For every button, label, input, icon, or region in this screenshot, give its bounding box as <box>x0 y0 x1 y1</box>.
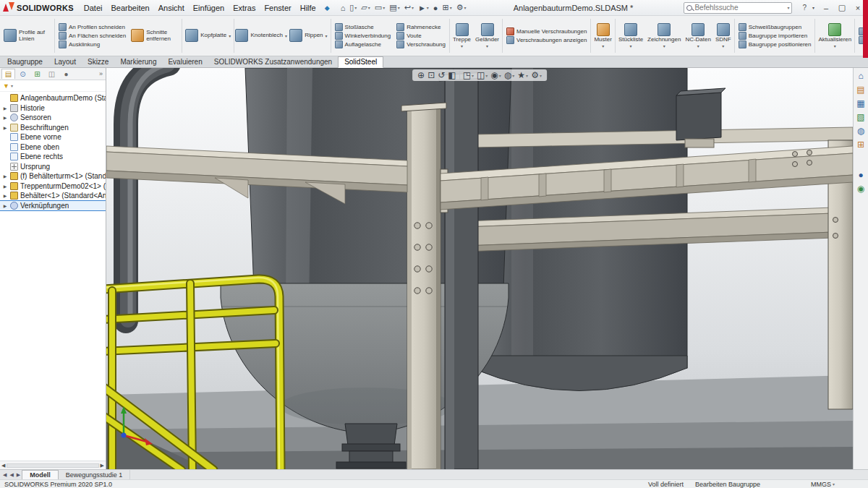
vessel-nozzle[interactable] <box>336 424 406 468</box>
baugruppe-positionieren-button[interactable]: Baugruppe positionieren <box>737 40 813 48</box>
tree-item-ebene-oben[interactable]: Ebene oben <box>0 142 106 153</box>
rebuild-button[interactable]: ● <box>431 4 441 12</box>
feature-tree-tab-icon[interactable]: ▤ <box>1 69 15 79</box>
expand-arrow-icon[interactable]: ▶ <box>2 193 8 198</box>
aktualisieren-button[interactable]: Aktualisieren ▾ <box>816 17 854 55</box>
verschraubungen-anzeigen-button[interactable]: Verschraubungen anzeigen <box>505 36 588 44</box>
scroll-tabs-left-icon[interactable]: ◀ <box>8 472 14 478</box>
scroll-tabs-right-icon[interactable]: ▶ <box>15 472 22 478</box>
tab-markierung[interactable]: Markierung <box>114 57 162 67</box>
tree-item-historie[interactable]: ▶Historie <box>0 103 106 114</box>
view-settings-button[interactable]: ⚙▾ <box>531 70 542 80</box>
undo-button[interactable]: ↩▾ <box>402 3 416 12</box>
verschraubung-button[interactable]: Verschraubung <box>395 40 447 48</box>
tab-baugruppe[interactable]: Baugruppe <box>1 57 48 67</box>
filter-funnel-icon[interactable]: ▼ <box>3 82 9 90</box>
chevron-down-icon[interactable]: ▾ <box>809 5 817 10</box>
ausklinkung-button[interactable]: Ausklinkung <box>57 40 127 48</box>
zeichnungen-button[interactable]: Zeichnungen ▾ <box>645 17 683 55</box>
options-button[interactable]: ⚙▾ <box>454 3 469 12</box>
expand-arrow-icon[interactable]: ▶ <box>2 106 8 111</box>
custom-properties-icon[interactable]: ⊞ <box>857 140 864 149</box>
hide-show-items-button[interactable]: ◉▾ <box>490 70 501 80</box>
configuration-manager-tab-icon[interactable]: ⊞ <box>30 69 44 79</box>
tree-item-sensoren[interactable]: ▶Sensoren <box>0 113 106 123</box>
tab-evaluieren[interactable]: Evaluieren <box>162 57 208 67</box>
tab-zusatzanwendungen[interactable]: SOLIDWORKS Zusatzanwendungen <box>208 57 338 67</box>
schnitte-entfernen-button[interactable]: Schnitte entfernen <box>129 17 181 55</box>
print-button[interactable]: ▤▾ <box>387 3 401 12</box>
schweissbaugruppen-button[interactable]: Schweißbaugruppen <box>737 23 813 31</box>
scrollbar-track[interactable] <box>7 463 98 468</box>
menu-extras[interactable]: Extras <box>229 2 260 14</box>
tree-horizontal-scrollbar[interactable]: ◀ ▶ <box>0 461 106 469</box>
display-style-button[interactable]: ◫▾ <box>477 70 488 80</box>
view-settings-button[interactable]: ⊞▾ <box>440 3 454 12</box>
tree-item-verknuepfungen[interactable]: ▶Verknüpfungen <box>0 201 106 211</box>
help-panel-icon[interactable]: ◉ <box>857 184 864 193</box>
panel-tabs-overflow-icon[interactable]: » <box>99 70 104 77</box>
profile-auf-linien-button[interactable]: Profile auf Linien <box>1 17 54 55</box>
expand-arrow-icon[interactable]: ▶ <box>2 184 8 189</box>
model-scene[interactable] <box>106 68 853 469</box>
command-search[interactable]: ▾ <box>684 2 792 14</box>
save-button[interactable]: ▭▾ <box>373 3 387 12</box>
units-selector[interactable]: MMGS ▾ <box>811 481 835 488</box>
menu-datei[interactable]: Datei <box>80 2 107 14</box>
edit-appearance-button[interactable]: ◍▾ <box>504 70 515 80</box>
tree-item-ursprung[interactable]: Ursprung <box>0 162 106 172</box>
previous-view-button[interactable]: ↺ <box>438 70 445 80</box>
select-tool-button[interactable]: ►▾ <box>416 4 431 12</box>
section-view-button[interactable]: ◧ <box>448 70 456 80</box>
minimize-button[interactable]: – <box>819 4 833 12</box>
an-profilen-schneiden-button[interactable]: An Profilen schneiden <box>57 23 127 31</box>
search-input[interactable] <box>694 4 785 12</box>
rippen-button[interactable]: Rippen ▾ <box>287 17 329 55</box>
menu-bearbeiten[interactable]: Bearbeiten <box>106 2 153 14</box>
tab-bewegungsstudie[interactable]: Bewegungsstudie 1 <box>59 470 131 479</box>
menu-ansicht[interactable]: Ansicht <box>154 2 189 14</box>
voute-button[interactable]: Voute <box>395 32 447 40</box>
tree-item-assembly-root[interactable]: AnlagenbauturmDemo (Standard<An <box>0 93 106 103</box>
graphics-area[interactable]: ⊕ ⊡ ↺ ◧ ◳▾ ◫▾ ◉▾ ◍▾ ★▾ ⚙▾ <box>106 68 853 469</box>
column-dark[interactable] <box>439 72 484 469</box>
stueckliste-button[interactable]: Stückliste ▾ <box>616 17 645 55</box>
winkelverbindung-button[interactable]: Winkelverbindung <box>333 32 393 40</box>
auflagelasche-button[interactable]: Auflagelasche <box>333 40 393 48</box>
tree-item-behaelter[interactable]: ▶Behälter<1> (Standard<Anzeigest <box>0 191 106 201</box>
expand-arrow-icon[interactable]: ▶ <box>2 125 8 130</box>
display-manager-tab-icon[interactable]: ● <box>59 69 73 79</box>
maximize-button[interactable]: ▢ <box>835 3 849 12</box>
scroll-right-icon[interactable]: ▶ <box>101 463 104 468</box>
gelaender-button[interactable]: Geländer ▾ <box>473 17 501 55</box>
scroll-tabs-left-icon[interactable]: ◀ <box>1 472 8 478</box>
chevron-down-icon[interactable]: ▾ <box>787 5 789 10</box>
tree-item-ebene-rechts[interactable]: Ebene rechts <box>0 152 106 162</box>
design-library-icon[interactable]: ▤ <box>856 85 864 94</box>
tab-skizze[interactable]: Skizze <box>82 57 114 67</box>
help-button[interactable]: ? <box>799 4 809 12</box>
baugruppe-importieren-button[interactable]: Baugruppe importieren <box>737 32 813 40</box>
view-orientation-button[interactable]: ◳▾ <box>463 70 474 80</box>
expand-arrow-icon[interactable]: ▶ <box>2 203 8 208</box>
solidworks-resources-icon[interactable]: ⌂ <box>858 72 863 80</box>
tree-item-ebene-vorne[interactable]: Ebene vorne <box>0 132 106 142</box>
expand-arrow-icon[interactable]: ▶ <box>2 115 8 120</box>
nc-daten-button[interactable]: NC-Daten ▾ <box>683 17 713 55</box>
property-manager-tab-icon[interactable]: ⊙ <box>16 69 30 79</box>
pin-menubar-icon[interactable]: ◆ <box>322 4 333 12</box>
new-document-button[interactable]: ▯▾ <box>347 3 359 12</box>
chevron-down-icon[interactable]: ▾ <box>11 83 13 88</box>
muster-button[interactable]: Muster ▾ <box>592 17 613 55</box>
tab-layout[interactable]: Layout <box>48 57 82 67</box>
an-flaechen-schneiden-button[interactable]: An Flächen schneiden <box>57 32 127 40</box>
treppe-button[interactable]: Treppe ▾ <box>451 17 473 55</box>
manuelle-verschraubungen-button[interactable]: Manuelle Verschraubungen <box>505 27 588 35</box>
rahmenecke-button[interactable]: Rahmenecke <box>395 23 447 31</box>
column-front[interactable] <box>401 103 446 469</box>
dimxpert-manager-tab-icon[interactable]: ◫ <box>45 69 59 79</box>
appearances-scenes-icon[interactable]: ◍ <box>857 127 864 135</box>
forum-icon[interactable]: ● <box>858 171 863 179</box>
view-palette-icon[interactable]: ▧ <box>856 113 864 121</box>
zoom-to-area-button[interactable]: ⊡ <box>427 70 435 80</box>
